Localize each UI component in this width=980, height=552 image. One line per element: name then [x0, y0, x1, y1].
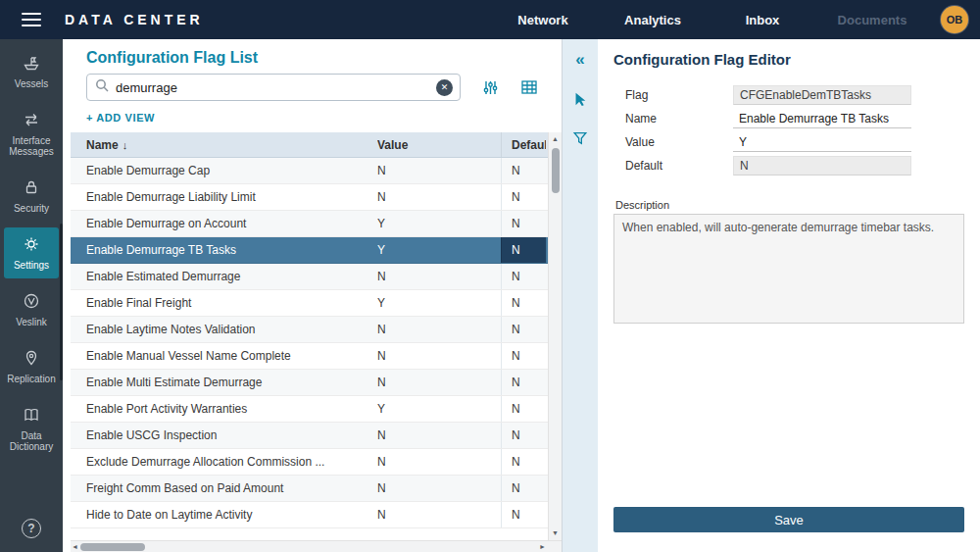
- scroll-down-icon[interactable]: ▼: [552, 527, 559, 540]
- left-sidebar: Vessels Interface Messages Security Sett…: [0, 39, 63, 552]
- default-field-label: Default: [625, 159, 733, 173]
- table-row[interactable]: Enable USCG Inspection N N: [71, 423, 548, 449]
- flag-name-cell: Enable Multi Estimate Demurrage: [71, 376, 377, 389]
- flag-default-cell: N: [501, 264, 546, 289]
- sidebar-item-label: Settings: [14, 260, 49, 271]
- veslink-icon: [23, 292, 40, 314]
- flag-default-cell: N: [501, 370, 546, 395]
- editor-panel-title: Configuration Flag Editor: [613, 51, 964, 68]
- flag-default-cell: N: [501, 423, 546, 448]
- flag-name-cell: Enable Demurrage Liability Limit: [71, 190, 377, 204]
- list-panel-title: Configuration Flag List: [63, 39, 562, 74]
- flag-default-cell: N: [501, 211, 546, 236]
- table-row[interactable]: Enable Final Freight Y N: [71, 290, 548, 317]
- flag-field-input[interactable]: [733, 85, 911, 105]
- configuration-flag-editor-panel: Configuration Flag Editor Flag Name Valu…: [598, 39, 980, 552]
- flags-table: Name↓ Value Default Enable Demurrage Cap…: [71, 132, 548, 540]
- column-header-value[interactable]: Value: [377, 138, 501, 152]
- search-input[interactable]: [116, 80, 430, 95]
- flag-default-cell: N: [501, 184, 546, 210]
- hamburger-menu-icon[interactable]: [0, 13, 63, 26]
- vertical-scroll-thumb[interactable]: [552, 148, 560, 193]
- clear-search-icon[interactable]: ✕: [436, 79, 453, 96]
- flag-default-cell: N: [501, 290, 546, 316]
- sidebar-item-settings[interactable]: Settings: [4, 227, 59, 278]
- flag-name-cell: Freight Comm Based on Paid Amount: [71, 481, 377, 495]
- horizontal-scroll-thumb[interactable]: [80, 543, 145, 551]
- nav-inbox[interactable]: Inbox: [708, 13, 817, 27]
- sidebar-item-interface-messages[interactable]: Interface Messages: [4, 103, 59, 165]
- book-icon: [23, 406, 40, 427]
- flag-name-cell: Exclude Demurrage Allocation Commission …: [71, 455, 377, 469]
- description-textarea[interactable]: When enabled, will auto-generate demurra…: [613, 214, 964, 324]
- configuration-flag-list-panel: Configuration Flag List ✕ + ADD VIEW: [63, 39, 563, 552]
- flag-name-cell: Enable Final Freight: [71, 296, 377, 310]
- default-field-input[interactable]: [733, 156, 911, 176]
- sidebar-item-replication[interactable]: Replication: [4, 341, 59, 392]
- flag-value-cell: N: [377, 428, 501, 442]
- nav-network[interactable]: Network: [488, 13, 598, 27]
- table-row[interactable]: Enable Demurrage TB Tasks Y N: [71, 237, 548, 264]
- flag-value-cell: Y: [377, 296, 501, 310]
- table-row[interactable]: Freight Comm Based on Paid Amount N N: [71, 476, 548, 502]
- pointer-select-icon[interactable]: [568, 88, 592, 110]
- horizontal-scrollbar[interactable]: ◄ ►: [71, 540, 562, 552]
- table-row[interactable]: Enable Demurrage Liability Limit N N: [71, 184, 548, 211]
- column-header-default[interactable]: Default: [501, 132, 546, 157]
- add-view-button[interactable]: + ADD VIEW: [63, 101, 171, 132]
- default-field-row: Default: [613, 156, 964, 176]
- flag-default-cell: N: [501, 317, 546, 342]
- sidebar-item-security[interactable]: Security: [4, 171, 59, 222]
- table-row[interactable]: Enable Demurrage on Account Y N: [71, 211, 548, 237]
- search-icon: [95, 78, 110, 97]
- flag-name-cell: Hide to Date on Laytime Activity: [71, 508, 377, 522]
- table-row[interactable]: Enable Multi Estimate Demurrage N N: [71, 370, 548, 396]
- column-header-name[interactable]: Name↓: [71, 138, 377, 152]
- flag-value-cell: N: [377, 455, 501, 469]
- sidebar-item-label: Veslink: [16, 317, 47, 327]
- nav-documents: Documents: [817, 13, 927, 27]
- flag-value-cell: N: [377, 349, 501, 363]
- name-field-input[interactable]: [733, 109, 911, 128]
- table-row[interactable]: Enable Port Activity Warranties Y N: [71, 396, 548, 423]
- collapse-panel-icon[interactable]: «: [568, 49, 592, 71]
- sidebar-item-veslink[interactable]: Veslink: [4, 284, 59, 335]
- flag-value-cell: Y: [377, 217, 501, 230]
- scroll-left-icon[interactable]: ◄: [72, 543, 78, 550]
- sidebar-item-label: Interface Messages: [6, 135, 57, 157]
- save-button[interactable]: Save: [613, 507, 964, 532]
- ship-icon: [23, 54, 40, 75]
- user-avatar[interactable]: OB: [941, 6, 968, 33]
- value-field-input[interactable]: [733, 132, 911, 152]
- value-field-row: Value: [613, 132, 964, 152]
- flag-default-cell: N: [501, 237, 546, 263]
- sidebar-item-label: Data Dictionary: [6, 430, 57, 452]
- flag-default-cell: N: [501, 476, 546, 501]
- flag-value-cell: N: [377, 270, 501, 283]
- table-row[interactable]: Enable Manual Vessel Name Complete N N: [71, 343, 548, 370]
- flag-default-cell: N: [501, 449, 546, 475]
- sidebar-item-label: Vessels: [15, 78, 48, 89]
- vertical-scrollbar[interactable]: ▲ ▼: [548, 132, 562, 540]
- table-row[interactable]: Exclude Demurrage Allocation Commission …: [71, 449, 548, 476]
- nav-analytics[interactable]: Analytics: [598, 13, 708, 27]
- table-row[interactable]: Hide to Date on Laytime Activity N N: [71, 502, 548, 528]
- flag-value-cell: N: [377, 190, 501, 204]
- help-button[interactable]: ?: [22, 519, 41, 538]
- scroll-up-icon[interactable]: ▲: [552, 132, 559, 146]
- filter-funnel-icon[interactable]: [568, 127, 592, 149]
- flag-name-cell: Enable Demurrage on Account: [71, 217, 377, 230]
- table-row[interactable]: Enable Estimated Demurrage N N: [71, 264, 548, 290]
- scroll-right-icon[interactable]: ►: [539, 543, 546, 550]
- table-row[interactable]: Enable Laytime Notes Validation N N: [71, 317, 548, 343]
- flag-value-cell: N: [377, 481, 501, 495]
- sidebar-item-data-dictionary[interactable]: Data Dictionary: [4, 398, 59, 460]
- flag-default-cell: N: [501, 343, 546, 369]
- table-view-icon[interactable]: [520, 78, 538, 96]
- flag-value-cell: Y: [377, 243, 501, 257]
- filter-settings-icon[interactable]: [482, 79, 499, 96]
- sidebar-item-vessels[interactable]: Vessels: [4, 46, 59, 97]
- description-label: Description: [615, 199, 964, 211]
- lock-icon: [23, 178, 40, 200]
- table-row[interactable]: Enable Demurrage Cap N N: [71, 158, 548, 184]
